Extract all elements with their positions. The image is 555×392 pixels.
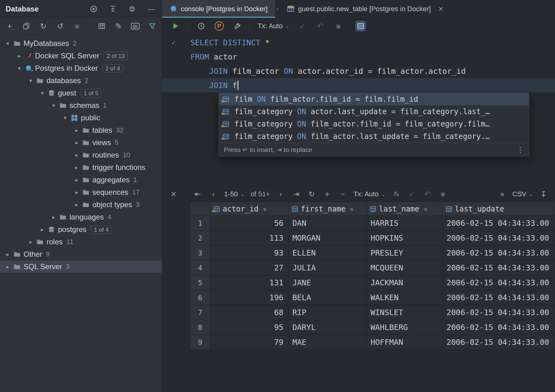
cell-actor-id[interactable]: 68 xyxy=(211,305,289,320)
grid-corner-cell[interactable] xyxy=(190,202,211,216)
chevron-icon[interactable] xyxy=(38,90,47,96)
code-line-current[interactable]: JOIN f xyxy=(162,78,555,92)
tree-item-databases[interactable]: databases 2 xyxy=(0,74,162,87)
cell-last-name[interactable]: WAHLBERG xyxy=(367,320,443,335)
cell-last-name[interactable]: WINSLET xyxy=(367,305,443,320)
chevron-icon[interactable] xyxy=(72,189,81,196)
collapse-all-icon[interactable] xyxy=(108,4,118,14)
cell-last-update[interactable]: 2006-02-15 04:34:33.00 xyxy=(443,275,555,290)
tree-item-other[interactable]: Other 9 xyxy=(0,248,162,261)
export-format-dropdown[interactable]: CSV ⌄ xyxy=(513,190,534,198)
tab-new-table[interactable]: guest.public.new_table [Postgres in Dock… xyxy=(280,0,451,18)
chevron-icon[interactable] xyxy=(72,152,81,158)
table-view-icon[interactable] xyxy=(97,21,106,31)
column-header-first-name[interactable]: first_name ⇅ xyxy=(289,202,367,216)
new-item-button[interactable]: +⌄ xyxy=(5,21,14,31)
tree-item-object-types[interactable]: object types 3 xyxy=(0,198,162,211)
cell-first-name[interactable]: MORGAN xyxy=(289,231,367,246)
cell-actor-id[interactable]: 113 xyxy=(211,231,289,246)
cell-first-name[interactable]: ELLEN xyxy=(289,246,367,261)
table-row[interactable]: 1 56 DAN HARRIS 2006-02-15 04:34:33.00 xyxy=(190,216,555,231)
chevron-icon[interactable] xyxy=(72,202,81,208)
cell-first-name[interactable]: DAN xyxy=(289,216,367,231)
code-line[interactable]: ✓ SELECT DISTINCT * xyxy=(162,35,555,50)
more-actions-icon[interactable]: » xyxy=(498,189,507,199)
tree-item-tables[interactable]: tables 32 xyxy=(0,124,162,136)
cell-last-update[interactable]: 2006-02-15 04:34:33.00 xyxy=(443,320,555,335)
code-line[interactable]: JOIN film_actor ON actor.actor_id = film… xyxy=(162,64,555,78)
cell-actor-id[interactable]: 27 xyxy=(211,261,289,275)
table-row[interactable]: 8 95 DARYL WAHLBERG 2006-02-15 04:34:33.… xyxy=(190,320,555,335)
chevron-icon[interactable] xyxy=(72,164,81,171)
cell-last-update[interactable]: 2006-02-15 04:34:33.00 xyxy=(443,246,555,261)
chevron-icon[interactable] xyxy=(26,239,35,245)
tree-item-routines[interactable]: routines 10 xyxy=(0,149,162,161)
postgres-session-icon[interactable]: P xyxy=(214,21,224,31)
chevron-icon[interactable] xyxy=(72,127,81,134)
table-row[interactable]: 3 93 ELLEN PRESLEY 2006-02-15 04:34:33.0… xyxy=(190,246,555,261)
cell-first-name[interactable]: MAE xyxy=(289,335,367,350)
close-tab-icon[interactable]: ✕ xyxy=(438,5,443,13)
refresh-icon[interactable]: ↻ xyxy=(39,21,48,31)
history-icon[interactable] xyxy=(196,21,206,31)
chevron-icon[interactable] xyxy=(49,102,58,109)
sort-icon[interactable]: ⇅ xyxy=(350,206,354,212)
cell-actor-id[interactable]: 131 xyxy=(211,275,289,290)
column-header-last-name[interactable]: last_name ⇅ xyxy=(367,202,443,216)
cell-last-update[interactable]: 2006-02-15 04:34:33.00 xyxy=(443,335,555,350)
cell-last-name[interactable]: WALKEN xyxy=(367,290,443,305)
chevron-icon[interactable] xyxy=(3,251,12,258)
previous-page-icon[interactable]: ‹ xyxy=(209,189,218,199)
table-row[interactable]: 7 68 RIP WINSLET 2006-02-15 04:34:33.00 xyxy=(190,305,555,320)
cell-actor-id[interactable]: 196 xyxy=(211,290,289,305)
delete-row-icon[interactable]: − xyxy=(338,189,347,199)
first-page-icon[interactable]: ⇤ xyxy=(193,189,202,199)
sql-editor[interactable]: ✓ SELECT DISTINCT * FROM actor JOIN film… xyxy=(162,35,555,186)
cell-actor-id[interactable]: 79 xyxy=(211,335,289,350)
table-row[interactable]: 4 27 JULIA MCQUEEN 2006-02-15 04:34:33.0… xyxy=(190,261,555,275)
results-tx-dropdown[interactable]: Tx: Auto ⌄ xyxy=(353,190,385,198)
chevron-icon[interactable] xyxy=(60,115,70,121)
edit-icon[interactable]: ✎ xyxy=(114,21,123,31)
cell-actor-id[interactable]: 93 xyxy=(211,246,289,261)
chevron-icon[interactable] xyxy=(72,140,81,146)
cell-last-update[interactable]: 2006-02-15 04:34:33.00 xyxy=(443,216,555,231)
next-page-icon[interactable]: › xyxy=(276,189,285,199)
chevron-icon[interactable] xyxy=(49,214,58,220)
chevron-icon[interactable] xyxy=(3,264,12,270)
tree-item-postgres-in-docker[interactable]: Postgres in Docker 2 of 4 xyxy=(0,62,162,74)
cell-first-name[interactable]: JULIA xyxy=(289,261,367,275)
settings-gear-icon[interactable]: ⚙ xyxy=(127,4,137,14)
column-header-last-update[interactable]: last_update xyxy=(443,202,555,216)
sort-icon[interactable]: ⇅ xyxy=(424,206,427,212)
page-range-dropdown[interactable]: 1-50 ⌄ xyxy=(224,190,244,198)
autocomplete-item[interactable]: film_category ON actor.last_update = fil… xyxy=(219,105,529,118)
cell-last-update[interactable]: 2006-02-15 04:34:33.00 xyxy=(443,305,555,320)
wrench-icon[interactable] xyxy=(232,21,242,31)
cell-last-name[interactable]: JACKMAN xyxy=(367,275,443,290)
run-button[interactable] xyxy=(170,21,181,31)
tree-item-sequences[interactable]: sequences 17 xyxy=(0,186,162,198)
cell-actor-id[interactable]: 95 xyxy=(211,320,289,335)
tree-item-schemas[interactable]: schemas 1 xyxy=(0,99,162,112)
column-header-actor-id[interactable]: actor_id ⇅ xyxy=(211,202,289,216)
cell-last-name[interactable]: HOFFMAN xyxy=(367,335,443,350)
tree-item-sql-server[interactable]: SQL Server 3 xyxy=(0,261,162,273)
data-source-properties-icon[interactable] xyxy=(89,4,99,14)
tree-item-postgres-db[interactable]: postgres 1 of 4 xyxy=(0,223,162,236)
chevron-icon[interactable] xyxy=(15,65,24,72)
tx-mode-dropdown[interactable]: Tx: Auto ⌄ xyxy=(258,22,290,30)
tree-item-mydatabases[interactable]: MyDatabases 2 xyxy=(0,37,162,50)
table-row[interactable]: 2 113 MORGAN HOPKINS 2006-02-15 04:34:33… xyxy=(190,231,555,246)
cell-last-name[interactable]: PRESLEY xyxy=(367,246,443,261)
cell-actor-id[interactable]: 56 xyxy=(211,216,289,231)
cell-first-name[interactable]: BELA xyxy=(289,290,367,305)
hidden-tabs-chevron-icon[interactable]: › xyxy=(276,5,278,13)
table-row[interactable]: 9 79 MAE HOFFMAN 2006-02-15 04:34:33.00 xyxy=(190,335,555,350)
hide-panel-icon[interactable]: — xyxy=(146,4,156,14)
in-editor-results-toggle[interactable] xyxy=(355,21,366,31)
filter-icon[interactable] xyxy=(148,21,157,31)
tree-item-roles[interactable]: roles 11 xyxy=(0,236,162,248)
tree-item-views[interactable]: views 5 xyxy=(0,136,162,149)
reload-page-icon[interactable]: ↻ xyxy=(307,189,316,199)
